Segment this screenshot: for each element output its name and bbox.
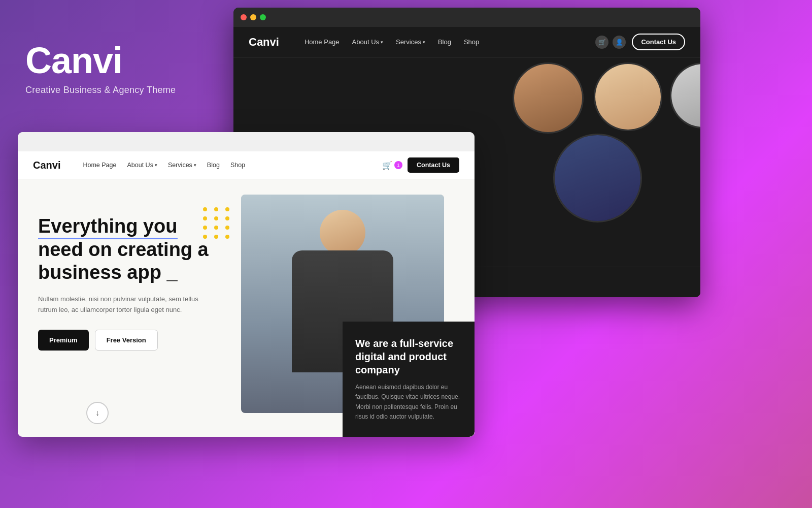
person-image-1 bbox=[514, 64, 582, 132]
dark-nav-blog[interactable]: Blog bbox=[433, 36, 456, 48]
person-image-4 bbox=[555, 135, 640, 221]
premium-button[interactable]: Premium bbox=[38, 330, 89, 351]
light-navbar: Canvi Home Page About Us Services Blog S… bbox=[18, 151, 475, 179]
dots-decoration bbox=[203, 207, 231, 239]
light-nav-home[interactable]: Home Page bbox=[78, 159, 121, 171]
dark-nav-about[interactable]: About Us bbox=[347, 36, 388, 48]
light-scroll-button[interactable]: ↓ bbox=[86, 402, 109, 424]
minimize-icon[interactable] bbox=[250, 14, 256, 20]
light-hero-section: Everything you need on creating a busine… bbox=[18, 179, 475, 437]
light-headline-2: need on creating a bbox=[38, 239, 209, 260]
light-nav-services[interactable]: Services bbox=[163, 159, 201, 171]
cart-icon[interactable]: 🛒 bbox=[595, 36, 608, 49]
close-icon[interactable] bbox=[241, 14, 247, 20]
free-version-button[interactable]: Free Version bbox=[95, 330, 158, 351]
right-info-description: Aenean euismod dapibus dolor eu faucibus… bbox=[355, 383, 462, 422]
cart-count: 1 bbox=[394, 161, 402, 169]
person-image-2 bbox=[595, 64, 661, 130]
user-icon[interactable]: 👤 bbox=[613, 36, 626, 49]
hero-circle-4 bbox=[553, 134, 642, 223]
dark-navbar: Canvi Home Page About Us Services Blog S… bbox=[233, 27, 700, 57]
maximize-icon[interactable] bbox=[260, 14, 266, 20]
scroll-arrow-icon: ↓ bbox=[95, 408, 99, 418]
light-hero-buttons: Premium Free Version bbox=[38, 330, 251, 351]
light-nav-blog[interactable]: Blog bbox=[202, 159, 224, 171]
person-image-3 bbox=[671, 64, 700, 127]
left-panel: Canvi Creative Business & Agency Theme bbox=[0, 0, 233, 137]
hero-circle-1 bbox=[513, 62, 584, 134]
light-cart-badge[interactable]: 🛒 1 bbox=[382, 161, 402, 170]
dark-nav-shop[interactable]: Shop bbox=[459, 36, 484, 48]
light-headline-3: business app _ bbox=[38, 262, 178, 283]
light-hero-description: Nullam molestie, nisi non pulvinar vulpu… bbox=[38, 294, 200, 315]
dark-nav-icons: 🛒 👤 bbox=[595, 36, 626, 49]
brand-subtitle: Creative Business & Agency Theme bbox=[25, 85, 208, 96]
light-nav-logo[interactable]: Canvi bbox=[33, 160, 60, 171]
person-head bbox=[320, 210, 365, 256]
dark-nav-services[interactable]: Services bbox=[391, 36, 430, 48]
cart-icon-light: 🛒 bbox=[382, 161, 392, 170]
light-nav-about[interactable]: About Us bbox=[122, 159, 161, 171]
hero-circle-2 bbox=[594, 62, 662, 131]
light-headline-1: Everything you bbox=[38, 215, 178, 239]
dark-nav-logo[interactable]: Canvi bbox=[249, 36, 279, 49]
dark-nav-links: Home Page About Us Services Blog Shop bbox=[299, 36, 595, 48]
brand-name: Canvi bbox=[25, 42, 208, 79]
right-info-title: We are a full-service digital and produc… bbox=[355, 337, 462, 376]
dark-contact-button[interactable]: Contact Us bbox=[632, 34, 685, 50]
right-info-block: We are a full-service digital and produc… bbox=[343, 322, 475, 437]
dark-nav-home[interactable]: Home Page bbox=[299, 36, 345, 48]
light-contact-button[interactable]: Contact Us bbox=[408, 157, 459, 173]
light-browser: Canvi Home Page About Us Services Blog S… bbox=[18, 132, 475, 437]
dark-hero-images bbox=[487, 57, 700, 292]
light-nav-links: Home Page About Us Services Blog Shop bbox=[78, 159, 382, 171]
browser-chrome-dark bbox=[233, 8, 700, 27]
hero-circle-3 bbox=[670, 62, 700, 129]
light-nav-shop[interactable]: Shop bbox=[226, 159, 250, 171]
